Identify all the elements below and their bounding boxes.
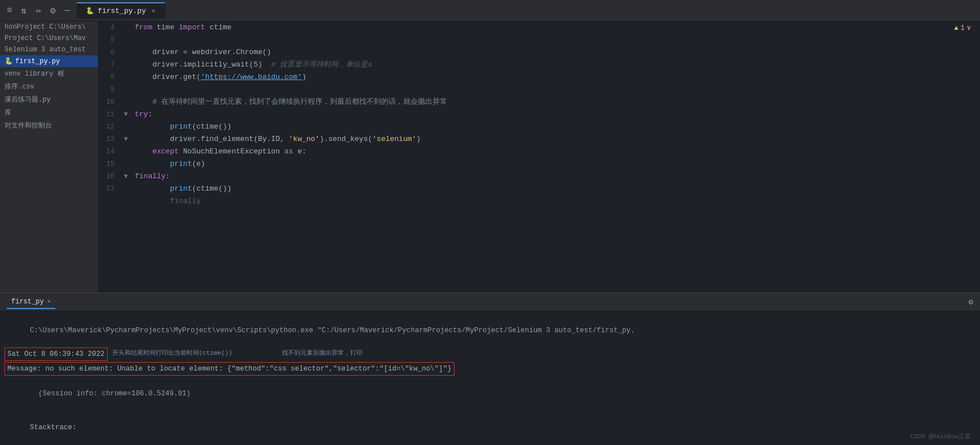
- tab-close-button[interactable]: ×: [152, 8, 156, 15]
- editor-tab-first-py[interactable]: 🐍 first_py.py ×: [77, 2, 165, 19]
- panel-tab-close[interactable]: ×: [47, 298, 51, 305]
- minimize-icon[interactable]: —: [63, 3, 73, 18]
- code-line-18: finally: [99, 195, 980, 208]
- console-session-line: (Session info: chrome=106.0.5249.91): [5, 377, 975, 411]
- line-content-13: driver.find_element(By.ID, 'kw_no').send…: [130, 133, 980, 146]
- code-line-12: 12 print(ctime()): [99, 121, 980, 133]
- top-toolbar: ≡ ⇅ ⇔ ⚙ — 🐍 first_py.py ×: [0, 0, 980, 21]
- fold-13[interactable]: ▼: [121, 133, 130, 146]
- line-content-5: [130, 34, 980, 46]
- line-num-9: 9: [99, 83, 121, 96]
- warning-chevron-icon[interactable]: ∨: [967, 24, 971, 32]
- line-num-17: 17: [99, 183, 121, 195]
- line-content-8: driver.get('https://www.baidu.com'): [130, 71, 980, 83]
- line-content-6: driver = webdriver.Chrome(): [130, 46, 980, 59]
- line-content-7: driver.implicitly_wait(5) # 设置显示等待时间，单位是…: [130, 59, 980, 71]
- sidebar: honProject C:\Users\ Project C:\Users\Ma…: [0, 21, 99, 293]
- line-num-5: 5: [99, 34, 121, 46]
- code-line-13: 13 ▼ driver.find_element(By.ID, 'kw_no')…: [99, 133, 980, 146]
- line-content-11: try:: [130, 108, 980, 121]
- line-num-10: 10: [99, 96, 121, 108]
- line-num-6: 6: [99, 46, 121, 59]
- line-num-4: 4: [99, 21, 121, 34]
- console-timestamp-box: Sat Oct 8 06:39:43 2022: [5, 347, 108, 361]
- warning-triangle-icon: ▲: [954, 24, 958, 32]
- line-num-15: 15: [99, 158, 121, 170]
- main-area: honProject C:\Users\ Project C:\Users\Ma…: [0, 21, 980, 293]
- credit-text: CSDN @Rainbow之星: [910, 433, 971, 440]
- code-line-9: 9: [99, 83, 980, 96]
- menu-icon[interactable]: ≡: [5, 3, 15, 18]
- code-line-7: 7 driver.implicitly_wait(5) # 设置显示等待时间，单…: [99, 59, 980, 71]
- tab-bar: 🐍 first_py.py ×: [77, 2, 975, 19]
- console-error-text: Message: no such element: Unable to loca…: [7, 365, 452, 373]
- code-line-14: 14 except NoSuchElementException as e:: [99, 146, 980, 158]
- code-line-6: 6 driver = webdriver.Chrome(): [99, 46, 980, 59]
- console-error-box: Message: no such element: Unable to loca…: [5, 362, 454, 376]
- tab-filename: first_py.py: [98, 7, 146, 15]
- console-path-line: C:\Users\Maverick\PycharmProjects\MyProj…: [5, 314, 975, 347]
- line-num-7: 7: [99, 59, 121, 71]
- console-timestamp-row: Sat Oct 8 06:39:43 2022 开头和结尾时间打印出当前时间(c…: [5, 347, 975, 361]
- sidebar-toggle[interactable]: 对文件和控制台: [0, 119, 98, 132]
- panel-tab-label: first_py: [11, 298, 44, 306]
- python-icon: 🐍: [5, 58, 13, 65]
- code-line-16: 16 ▼ finally:: [99, 170, 980, 183]
- code-line-4: 4 from time import ctime: [99, 21, 980, 34]
- fold-11[interactable]: ▼: [121, 108, 130, 121]
- line-num-11: 11: [99, 108, 121, 121]
- editor-area: ▲ 1 ∨ 4 from time import ctime 5: [99, 21, 980, 293]
- line-content-4: from time import ctime: [130, 21, 980, 34]
- line-content-15: print(e): [130, 158, 980, 170]
- console-timestamp-annotation: 开头和结尾时间打印出当前时间(ctime()): [112, 347, 232, 359]
- sidebar-venv[interactable]: venv library 根: [0, 67, 98, 80]
- split-icon[interactable]: ⇔: [33, 3, 43, 19]
- sidebar-auto-test[interactable]: Selenium 3 auto_test: [0, 44, 98, 55]
- line-content-17: print(ctime()): [130, 183, 980, 195]
- sidebar-project-title[interactable]: honProject C:\Users\: [0, 21, 98, 33]
- console-output[interactable]: C:\Users\Maverick\PycharmProjects\MyProj…: [0, 311, 980, 445]
- python-file-icon: 🐍: [86, 7, 94, 15]
- panel-gear-icon[interactable]: ⚙: [969, 297, 973, 307]
- console-path-text: C:\Users\Maverick\PycharmProjects\MyProj…: [30, 327, 635, 334]
- line-content-10: # 在等待时间里一直找元素，找到了会继续执行程序，到最后都找不到的话，就会抛出异…: [130, 96, 980, 108]
- line-num-13: 13: [99, 133, 121, 146]
- sidebar-project-subtitle[interactable]: Project C:\Users\Mav: [0, 33, 98, 44]
- warning-count: 1: [961, 24, 965, 32]
- code-editor[interactable]: 4 from time import ctime 5 6 driver = we…: [99, 21, 980, 208]
- line-content-9: [130, 83, 980, 96]
- line-content-16: finally:: [130, 170, 980, 183]
- editor-warning-badge: ▲ 1 ∨: [954, 24, 971, 32]
- line-num-8: 8: [99, 71, 121, 83]
- code-line-10: 10 # 在等待时间里一直找元素，找到了会继续执行程序，到最后都找不到的话，就会…: [99, 96, 980, 108]
- console-middle-annotation: 找不到元素后抛出异常，打印: [282, 347, 363, 359]
- sort-icon[interactable]: ⇅: [19, 3, 29, 19]
- line-num-16: 16: [99, 170, 121, 183]
- sidebar-csv[interactable]: 排序.csv: [0, 80, 98, 93]
- panel-header: first_py × ⚙: [0, 293, 980, 311]
- code-line-8: 8 driver.get('https://www.baidu.com'): [99, 71, 980, 83]
- code-line-11: 11 ▼ try:: [99, 108, 980, 121]
- line-num-14: 14: [99, 146, 121, 158]
- credit-label: CSDN @Rainbow之星: [910, 432, 971, 440]
- line-num-12: 12: [99, 121, 121, 133]
- sidebar-exercise[interactable]: 课后练习题.py: [0, 93, 98, 106]
- code-line-15: 15 print(e): [99, 158, 980, 170]
- console-stacktrace-line: Stacktrace:: [5, 411, 975, 444]
- line-content-12: print(ctime()): [130, 121, 980, 133]
- line-content-14: except NoSuchElementException as e:: [130, 146, 980, 158]
- bottom-panel: first_py × ⚙ C:\Users\Maverick\PycharmPr…: [0, 293, 980, 445]
- sidebar-file-first-py[interactable]: 🐍first_py.py: [0, 55, 98, 67]
- panel-tab-first-py[interactable]: first_py ×: [7, 296, 55, 309]
- sidebar-lib[interactable]: 库: [0, 106, 98, 119]
- code-line-17: 17 print(ctime()): [99, 183, 980, 195]
- fold-16[interactable]: ▼: [121, 170, 130, 183]
- code-editor-wrapper: ▲ 1 ∨ 4 from time import ctime 5: [99, 21, 980, 293]
- settings-icon[interactable]: ⚙: [48, 3, 58, 19]
- line-content-18: finally: [130, 195, 980, 208]
- code-line-5: 5: [99, 34, 980, 46]
